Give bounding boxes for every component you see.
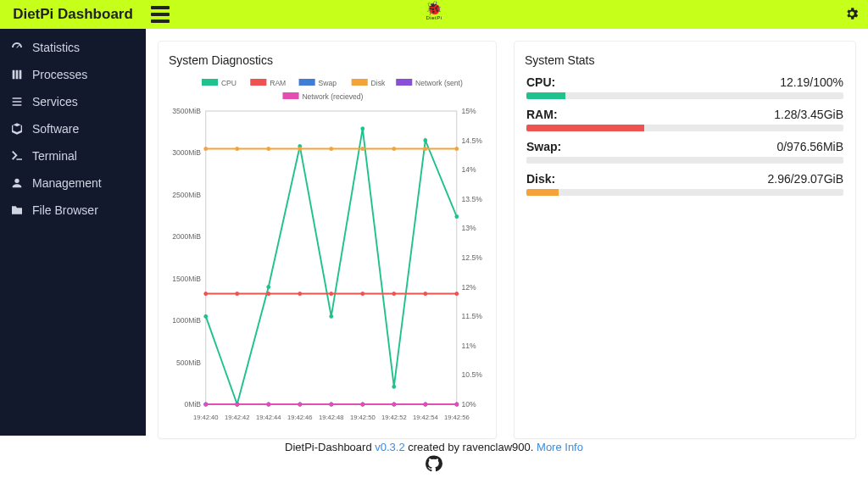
svg-point-94 [454, 403, 459, 407]
logo-icon: 🐞 [426, 2, 442, 15]
svg-text:3000MiB: 3000MiB [172, 148, 201, 157]
stat-label: Disk: [526, 172, 555, 186]
svg-text:Swap: Swap [318, 79, 337, 87]
svg-text:Network (recieved): Network (recieved) [302, 92, 363, 101]
svg-text:19:42:48: 19:42:48 [319, 414, 344, 421]
logo: 🐞 DietPi [426, 2, 442, 20]
svg-text:10.5%: 10.5% [462, 370, 483, 379]
nav-item-services[interactable]: Services [0, 88, 146, 115]
settings-button[interactable] [844, 6, 860, 24]
svg-point-75 [423, 147, 427, 151]
svg-point-41 [203, 314, 208, 319]
svg-text:19:42:42: 19:42:42 [225, 414, 250, 421]
sidebar: Statistics Processes Services Software T… [0, 29, 146, 436]
nav-item-terminal[interactable]: Terminal [0, 142, 146, 170]
stat-bar [526, 157, 843, 164]
svg-text:19:42:50: 19:42:50 [350, 414, 376, 421]
svg-text:14%: 14% [462, 165, 476, 174]
svg-text:1000MiB: 1000MiB [172, 316, 201, 325]
nav-label: Software [32, 122, 79, 136]
stat-label: RAM: [526, 108, 558, 121]
svg-text:13%: 13% [462, 224, 476, 232]
svg-text:11%: 11% [462, 342, 476, 350]
stat-label: CPU: [526, 75, 555, 89]
chart-container: CPURAMSwapDiskNetwork (sent)Network (rec… [165, 72, 489, 425]
stat-bar [526, 125, 843, 131]
svg-text:14.5%: 14.5% [462, 136, 483, 144]
svg-text:10%: 10% [462, 400, 476, 409]
svg-text:15%: 15% [462, 107, 476, 115]
svg-point-51 [235, 292, 239, 296]
stat-value: 12.19/100% [780, 75, 843, 89]
nav-label: Terminal [32, 149, 77, 163]
svg-point-91 [360, 403, 364, 407]
svg-point-55 [360, 292, 364, 296]
nav-item-file-browser[interactable]: File Browser [0, 197, 146, 224]
content: System Diagnostics CPURAMSwapDiskNetwork… [146, 29, 868, 436]
stat-row: Swap:0/976.56MiB [521, 136, 849, 169]
svg-point-58 [454, 292, 459, 296]
stat-row: CPU:12.19/100% [521, 72, 849, 104]
diagnostics-chart: CPURAMSwapDiskNetwork (sent)Network (rec… [165, 72, 489, 425]
logo-text: DietPi [426, 15, 442, 20]
folder-icon [10, 203, 24, 217]
svg-text:2500MiB: 2500MiB [172, 191, 201, 199]
stat-row: RAM:1.28/3.45GiB [521, 104, 849, 136]
svg-point-47 [392, 385, 396, 389]
svg-point-70 [266, 147, 270, 151]
svg-point-45 [329, 314, 333, 319]
nav-label: Services [32, 95, 78, 108]
more-info-link[interactable]: More Info [537, 441, 583, 453]
stat-row: Disk:2.96/29.07GiB [521, 169, 849, 201]
svg-rect-40 [206, 111, 457, 404]
svg-point-86 [203, 403, 208, 407]
svg-point-90 [329, 403, 333, 407]
gear-icon [844, 6, 860, 21]
processes-icon [10, 68, 24, 81]
nav-item-management[interactable]: Management [0, 170, 146, 197]
svg-text:19:42:44: 19:42:44 [256, 414, 281, 421]
nav-item-software[interactable]: Software [0, 115, 146, 142]
app-title: DietPi Dashboard [0, 6, 146, 23]
panel-diagnostics: System Diagnostics CPURAMSwapDiskNetwork… [158, 41, 497, 439]
svg-point-50 [203, 292, 208, 296]
svg-point-68 [203, 147, 208, 151]
terminal-icon [10, 149, 24, 163]
svg-text:Network (sent): Network (sent) [415, 79, 463, 87]
svg-point-46 [360, 126, 364, 131]
svg-point-49 [454, 214, 459, 219]
svg-text:500MiB: 500MiB [176, 358, 201, 366]
svg-text:19:42:40: 19:42:40 [193, 414, 219, 421]
svg-rect-8 [396, 79, 412, 86]
stat-value: 2.96/29.07GiB [767, 172, 843, 186]
gauge-icon [10, 41, 24, 54]
svg-text:19:42:46: 19:42:46 [287, 414, 313, 421]
nav-label: Management [32, 176, 102, 190]
svg-text:19:42:52: 19:42:52 [381, 414, 407, 421]
nav-item-statistics[interactable]: Statistics [0, 34, 146, 61]
panel-title: System Stats [525, 53, 845, 67]
github-link[interactable] [0, 455, 868, 475]
svg-point-56 [392, 292, 396, 296]
github-icon [426, 455, 442, 472]
svg-point-74 [392, 147, 396, 151]
svg-point-43 [266, 285, 270, 289]
svg-text:12%: 12% [462, 282, 476, 291]
svg-point-76 [454, 147, 459, 151]
menu-toggle-button[interactable] [151, 6, 170, 23]
svg-text:1500MiB: 1500MiB [172, 275, 201, 283]
svg-point-72 [329, 147, 333, 151]
svg-text:13.5%: 13.5% [462, 195, 483, 203]
svg-rect-10 [282, 92, 298, 99]
stat-value: 1.28/3.45GiB [774, 108, 843, 121]
nav-item-processes[interactable]: Processes [0, 61, 146, 88]
svg-rect-4 [299, 79, 315, 86]
svg-point-52 [266, 292, 270, 296]
nav-label: Processes [32, 68, 87, 81]
svg-point-48 [423, 138, 427, 142]
svg-point-69 [235, 147, 239, 151]
svg-point-71 [298, 147, 302, 151]
user-icon [10, 176, 24, 190]
svg-text:12.5%: 12.5% [462, 253, 483, 262]
version-link[interactable]: v0.3.2 [375, 441, 404, 453]
